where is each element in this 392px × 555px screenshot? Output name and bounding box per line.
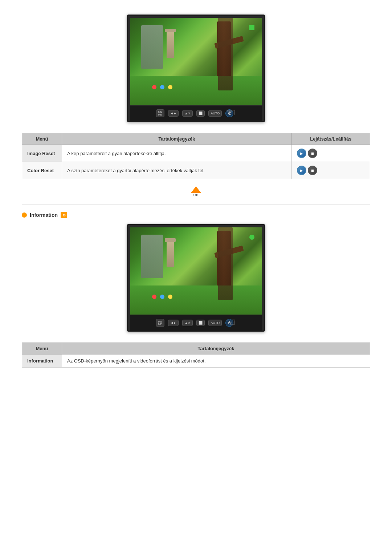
green-bush-2 — [130, 285, 262, 315]
monitor-frame-2: MNME ◄► ▲☀ ⬜ AUTO ⏻ ☜ — [127, 224, 265, 332]
ctrl-arrows-2[interactable]: ◄► — [168, 320, 179, 326]
up-arrow-section: UP — [22, 186, 370, 197]
th-menu-2: Menü — [22, 343, 62, 355]
row-color-reset-desc: A szín paramétereket a gyártói alapértel… — [62, 162, 292, 179]
row-image-reset-controls: ▶ ⏹ — [291, 145, 370, 162]
tree-branch — [214, 36, 244, 49]
pagoda-2 — [167, 238, 174, 267]
row-image-reset-label: Image Reset — [22, 145, 62, 162]
row-info-label: Information — [22, 355, 62, 368]
ball-blue — [160, 85, 164, 89]
monitor-frame-1: MNME ◄► ▲☀ ⬜ AUTO ⏻ ☜ — [127, 15, 265, 122]
green-bush — [130, 76, 262, 105]
table-row: Image Reset A kép paramétereit a gyári a… — [22, 145, 370, 162]
th-contents-2: Tartalomjegyzék — [62, 343, 370, 355]
ball-red-2 — [152, 295, 156, 299]
ball-blue-2 — [160, 295, 164, 299]
row-color-reset-label: Color Reset — [22, 162, 62, 179]
monitor-screen-2 — [130, 227, 262, 315]
green-dot — [249, 25, 254, 30]
ctrl-auto-2[interactable]: AUTO — [208, 320, 222, 326]
ctrl-square[interactable]: ⬜ — [196, 110, 205, 117]
colorful-balls — [152, 85, 175, 90]
monitor-controls-1: MNME ◄► ▲☀ ⬜ AUTO ⏻ ☜ — [130, 106, 262, 121]
tree-trunk — [217, 21, 231, 90]
table-row: Color Reset A szín paramétereket a gyárt… — [22, 162, 370, 179]
monitor-controls-2: MNME ◄► ▲☀ ⬜ AUTO ⏻ ☜ — [130, 315, 262, 331]
ctrl-brightness-2[interactable]: ▲☀ — [182, 320, 193, 326]
play-stop-2: ▶ ⏹ — [297, 166, 365, 175]
up-label: UP — [193, 193, 199, 197]
menu-icon: MNME — [158, 111, 162, 116]
th-playback-1: Lejátszás/Leállítás — [291, 133, 370, 145]
play-btn-1[interactable]: ▶ — [297, 149, 306, 158]
ball-red — [152, 85, 156, 89]
monitor-section-2: MNME ◄► ▲☀ ⬜ AUTO ⏻ ☜ — [22, 224, 370, 332]
tree-trunk-2 — [217, 231, 231, 300]
play-btn-2[interactable]: ▶ — [297, 166, 306, 175]
row-image-reset-desc: A kép paramétereit a gyári alapértékekre… — [62, 145, 292, 162]
row-color-reset-controls: ▶ ⏹ — [291, 162, 370, 179]
ctrl-menu[interactable]: MNME — [156, 109, 164, 117]
play-stop-1: ▶ ⏹ — [297, 149, 365, 158]
divider-1 — [22, 204, 370, 204]
table-information: Menü Tartalomjegyzék Information Az OSD-… — [22, 343, 370, 368]
ball-yellow — [168, 85, 172, 89]
ctrl-brightness[interactable]: ▲☀ — [182, 110, 193, 117]
tree-branch-2 — [214, 246, 244, 258]
table-row: Information Az OSD-képernyőn megjeleníti… — [22, 355, 370, 368]
row-info-desc: Az OSD-képernyőn megjeleníti a videoforr… — [62, 355, 370, 368]
th-menu-1: Menü — [22, 133, 62, 145]
ctrl-auto[interactable]: AUTO — [208, 110, 222, 117]
th-contents-1: Tartalomjegyzék — [62, 133, 292, 145]
hand-pointer-2: ☜ — [226, 316, 236, 328]
stop-btn-2[interactable]: ⏹ — [308, 166, 317, 175]
pagoda — [167, 29, 174, 58]
info-circle-icon — [22, 212, 27, 218]
monitor-screen-1 — [130, 18, 262, 105]
up-arrow-icon — [191, 186, 201, 193]
hand-pointer-1: ☜ — [226, 106, 236, 119]
ctrl-menu-2[interactable]: MNME — [156, 319, 164, 327]
ball-yellow-2 — [168, 295, 172, 299]
info-gear-icon: ⚙ — [61, 212, 67, 218]
menu-icon-2: MNME — [158, 320, 162, 325]
ctrl-arrows[interactable]: ◄► — [168, 110, 179, 117]
colorful-balls-2 — [152, 294, 175, 300]
table-reset: Menü Tartalomjegyzék Lejátszás/Leállítás… — [22, 133, 370, 179]
green-dot-2 — [249, 235, 254, 240]
monitor-section-1: MNME ◄► ▲☀ ⬜ AUTO ⏻ ☜ — [22, 15, 370, 122]
up-arrow: UP — [191, 186, 201, 197]
stop-btn-1[interactable]: ⏹ — [308, 149, 317, 158]
ctrl-square-2[interactable]: ⬜ — [196, 320, 205, 326]
information-title: Information — [30, 212, 58, 218]
information-header: Information ⚙ — [22, 212, 370, 218]
